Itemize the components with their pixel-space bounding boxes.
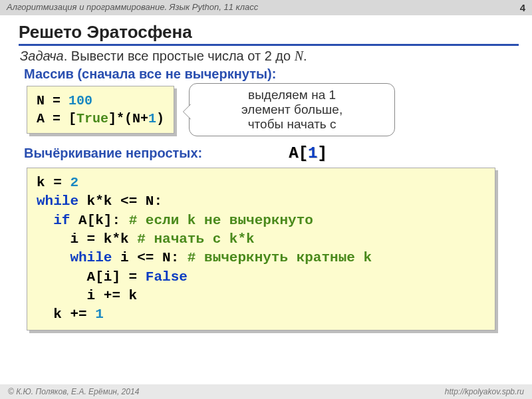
footer-url: http://kpolyakov.spb.ru (445, 387, 524, 396)
page-number: 4 (520, 2, 525, 13)
content: Задача. Вывести все простые числа от 2 д… (0, 49, 532, 331)
section-array: Массив (сначала все не вычеркнуты): (24, 66, 516, 82)
footer-bar: © К.Ю. Поляков, Е.А. Ерёмин, 2014 http:/… (0, 384, 532, 399)
code-block-main: k = 2 while k*k <= N: if A[k]: # если k … (27, 168, 495, 331)
section-strike: Вычёркивание непростых: (24, 146, 202, 161)
code-block-init: N = 100 A = [True]*(N+1) (27, 86, 174, 134)
course-title: Алгоритмизация и программирование. Язык … (7, 2, 258, 13)
callout-bubble: выделяем на 1 элемент больше, чтобы нача… (189, 83, 395, 136)
array-ref: A[1] (289, 144, 327, 162)
row-code-callout: N = 100 A = [True]*(N+1) выделяем на 1 э… (27, 86, 516, 136)
header-bar: Алгоритмизация и программирование. Язык … (0, 0, 532, 15)
task-label: Задача (20, 49, 64, 63)
copyright: © К.Ю. Поляков, Е.А. Ерёмин, 2014 (8, 387, 139, 396)
task-text: Задача. Вывести все простые числа от 2 д… (20, 49, 516, 64)
slide-title: Решето Эратосфена (19, 22, 519, 46)
row-section2: Вычёркивание непростых: A[1] (20, 144, 516, 162)
